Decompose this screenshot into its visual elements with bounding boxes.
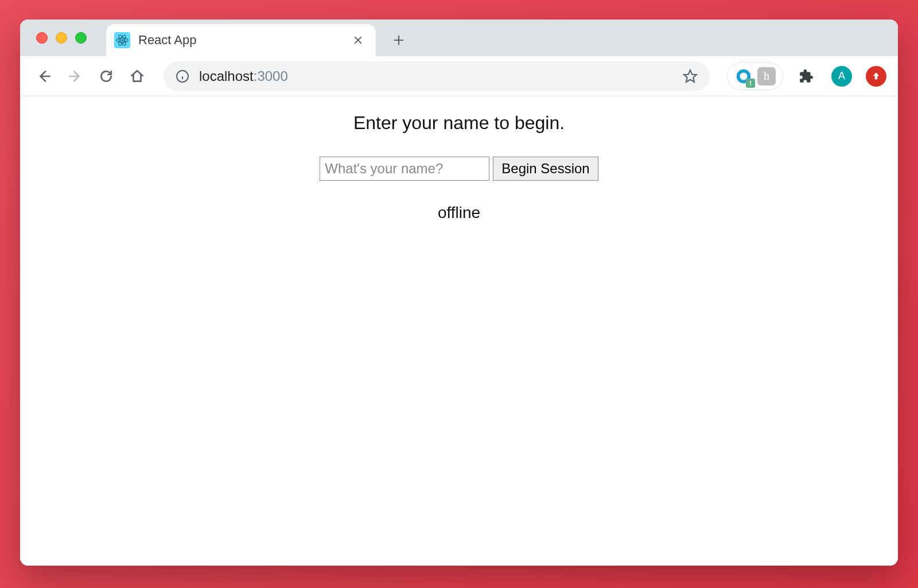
page-heading: Enter your name to begin. (20, 112, 898, 134)
avatar-initial: A (838, 70, 845, 82)
pinned-extensions: ! h (727, 63, 783, 90)
name-input[interactable] (320, 157, 489, 181)
extensions-menu-icon[interactable] (795, 65, 818, 88)
begin-session-button[interactable]: Begin Session (493, 157, 598, 181)
tab-strip: React App (20, 20, 898, 56)
tab-title: React App (138, 33, 351, 48)
url-port: :3000 (254, 68, 288, 84)
home-button[interactable] (125, 64, 150, 89)
name-form: Begin Session (20, 157, 898, 181)
extension-item-1[interactable]: ! (734, 67, 753, 85)
browser-window: React App localhost:3000 (20, 20, 898, 566)
site-info-icon[interactable] (174, 68, 191, 85)
extension-item-2[interactable]: h (757, 67, 776, 85)
browser-tab[interactable]: React App (106, 24, 376, 56)
window-controls (36, 32, 87, 44)
profile-avatar[interactable]: A (831, 66, 852, 87)
close-tab-button[interactable] (351, 33, 365, 48)
address-bar[interactable]: localhost:3000 (164, 61, 710, 91)
window-minimize-button[interactable] (56, 32, 67, 44)
browser-toolbar: localhost:3000 ! h A (20, 56, 898, 96)
svg-point-3 (121, 39, 123, 41)
window-fullscreen-button[interactable] (75, 32, 87, 44)
status-text: offline (20, 204, 898, 222)
bookmark-star-icon[interactable] (681, 67, 699, 85)
forward-button[interactable] (63, 64, 88, 89)
new-tab-button[interactable] (386, 28, 411, 53)
back-button[interactable] (32, 64, 57, 89)
url-host: localhost (199, 68, 254, 84)
extension-badge-icon: ! (746, 79, 755, 88)
update-available-icon[interactable] (866, 66, 886, 87)
window-close-button[interactable] (36, 32, 48, 44)
page-viewport: Enter your name to begin. Begin Session … (20, 96, 898, 566)
reload-button[interactable] (94, 64, 119, 89)
svg-marker-7 (684, 70, 697, 82)
react-icon (114, 32, 130, 48)
